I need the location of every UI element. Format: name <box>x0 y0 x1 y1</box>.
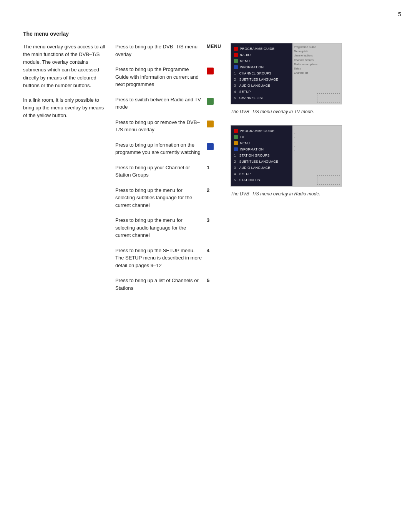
menu-item-label: SUBTITLES LANGUAGE <box>239 160 278 164</box>
instruction-text: Press to bring up or remove the DVB–T/S … <box>115 119 207 134</box>
menu-item: 2SUBTITLES LANGUAGE <box>231 159 292 165</box>
menu-item-label: RADIO <box>240 53 251 57</box>
instruction-label <box>207 119 224 127</box>
menu-item: 5CHANNEL LIST <box>231 95 292 101</box>
side-panel-line: Radio subscriptions <box>294 62 340 66</box>
menu-item-label: SETUP <box>239 90 251 94</box>
side-panel-line: Channel Groups <box>294 58 340 62</box>
menu-item: MENU <box>231 140 292 146</box>
menu-item: 5STATION LIST <box>231 177 292 183</box>
instruction-text: Press to bring up the SETUP menu. The SE… <box>115 247 207 269</box>
menu-item: PROGRAMME GUIDE <box>231 46 292 52</box>
side-panel-line: channel options <box>294 53 340 58</box>
menu-item-label: SUBTITLES LANGUAGE <box>239 78 278 81</box>
menu-item-number: 4 <box>234 90 236 94</box>
overlay-diagram: PROGRAMME GUIDERADIOMENUINFORMATION1CHAN… <box>231 43 342 104</box>
menu-item-number: 2 <box>234 160 236 164</box>
menu-panel: PROGRAMME GUIDERADIOMENUINFORMATION1CHAN… <box>231 43 292 104</box>
color-button-icon <box>207 121 214 127</box>
instruction-label: MENU <box>207 43 224 49</box>
menu-item: MENU <box>231 58 292 64</box>
menu-item: RADIO <box>231 52 292 58</box>
overlay-diagram: PROGRAMME GUIDETVMENUINFORMATION1STATION… <box>231 125 342 187</box>
instruction-text: Press to bring up the menu for selecting… <box>115 216 207 239</box>
menu-item-dot <box>234 59 238 63</box>
menu-item: 3AUDIO LANGUAGE <box>231 83 292 89</box>
menu-item: 1CHANNEL GROUPS <box>231 70 292 76</box>
menu-item: INFORMATION <box>231 146 292 152</box>
menu-item-dot <box>234 135 238 139</box>
menu-item: TV <box>231 134 292 140</box>
left-para-1: The menu overlay gives access to all the… <box>23 43 108 89</box>
menu-item-dot <box>234 53 238 57</box>
instruction-label: 2 <box>207 187 224 193</box>
side-panel-line: · <box>294 140 340 144</box>
side-panel-line: Channel list <box>294 71 340 75</box>
color-button-icon <box>207 68 214 74</box>
instruction-text: Press to bring up the Programme Guide wi… <box>115 66 207 88</box>
instruction-label: 4 <box>207 247 224 253</box>
menu-item-label: SETUP <box>239 172 251 176</box>
menu-item-number: 3 <box>234 166 236 170</box>
menu-item-dot <box>234 147 238 151</box>
menu-item: 1STATION GROUPS <box>231 152 292 159</box>
side-panel-line: · <box>294 153 340 157</box>
menu-item-label: INFORMATION <box>240 65 264 69</box>
side-panel-line: · <box>294 144 340 149</box>
page-number: 5 <box>398 11 401 17</box>
menu-item-dot <box>234 47 238 51</box>
menu-item: PROGRAMME GUIDE <box>231 128 292 134</box>
side-panel-line: Programme Guide <box>294 45 340 49</box>
instruction-label <box>207 66 224 74</box>
menu-item-label: AUDIO LANGUAGE <box>239 166 271 170</box>
main-layout: The menu overlay gives access to all the… <box>23 43 392 299</box>
instruction-row: Press to bring up a list of Channels or … <box>115 277 224 292</box>
menu-item-number: 4 <box>234 172 236 176</box>
menu-item-label: INFORMATION <box>240 147 264 151</box>
menu-item-dot <box>234 129 238 133</box>
instruction-text: Press to bring up the menu for selecting… <box>115 187 207 209</box>
side-panel-line: · <box>294 131 340 135</box>
instruction-label <box>207 141 224 150</box>
menu-item-label: PROGRAMME GUIDE <box>240 47 274 51</box>
instruction-label: 3 <box>207 216 224 223</box>
instruction-label: 1 <box>207 164 224 170</box>
left-para-2: In a link room, it is only possible to b… <box>23 96 108 119</box>
instruction-row: Press to bring up or remove the DVB–T/S … <box>115 119 224 134</box>
instructions-column: Press to bring up the DVB–T/S menu overl… <box>115 43 231 299</box>
menu-item-label: CHANNEL GROUPS <box>239 71 272 75</box>
instruction-text: Press to switch between Radio and TV mod… <box>115 96 207 111</box>
diagram-block: PROGRAMME GUIDETVMENUINFORMATION1STATION… <box>231 125 392 197</box>
instruction-text: Press to bring up information on the pro… <box>115 141 207 156</box>
menu-panel: PROGRAMME GUIDETVMENUINFORMATION1STATION… <box>231 126 292 186</box>
menu-item-label: AUDIO LANGUAGE <box>239 84 271 88</box>
menu-item-number: 3 <box>234 84 236 88</box>
instruction-label <box>207 96 224 105</box>
menu-item-dot <box>234 141 238 145</box>
menu-item-label: CHANNEL LIST <box>239 96 264 100</box>
menu-item: INFORMATION <box>231 64 292 70</box>
menu-item-number: 1 <box>234 154 236 157</box>
side-panel-line: Menu guide <box>294 49 340 53</box>
side-panel-line: Setup <box>294 66 340 71</box>
instruction-text: Press to bring up a list of Channels or … <box>115 277 207 292</box>
menu-item-label: MENU <box>240 59 250 63</box>
diagram-block: PROGRAMME GUIDERADIOMENUINFORMATION1CHAN… <box>231 43 392 114</box>
menu-item-number: 5 <box>234 178 236 182</box>
instruction-row: Press to switch between Radio and TV mod… <box>115 96 224 111</box>
color-button-icon <box>207 143 214 150</box>
menu-item: 4SETUP <box>231 89 292 95</box>
instruction-text: Press to bring up your Channel or Statio… <box>115 164 207 179</box>
menu-item-label: STATION GROUPS <box>239 154 270 157</box>
diagram-caption: The DVB–T/S menu overlay in TV mode. <box>231 109 392 114</box>
menu-item-number: 1 <box>234 71 236 75</box>
diagram-caption: The DVB–T/S menu overlay in Radio mode. <box>231 191 392 197</box>
menu-item-number: 5 <box>234 96 236 100</box>
dashed-corner <box>317 93 340 102</box>
instruction-text: Press to bring up the DVB–T/S menu overl… <box>115 43 207 58</box>
left-column: The menu overlay gives access to all the… <box>23 43 115 299</box>
menu-item-label: STATION LIST <box>239 178 262 182</box>
instruction-label: 5 <box>207 277 224 283</box>
menu-item-number: 2 <box>234 78 236 81</box>
section-title: The menu overlay <box>23 31 392 37</box>
